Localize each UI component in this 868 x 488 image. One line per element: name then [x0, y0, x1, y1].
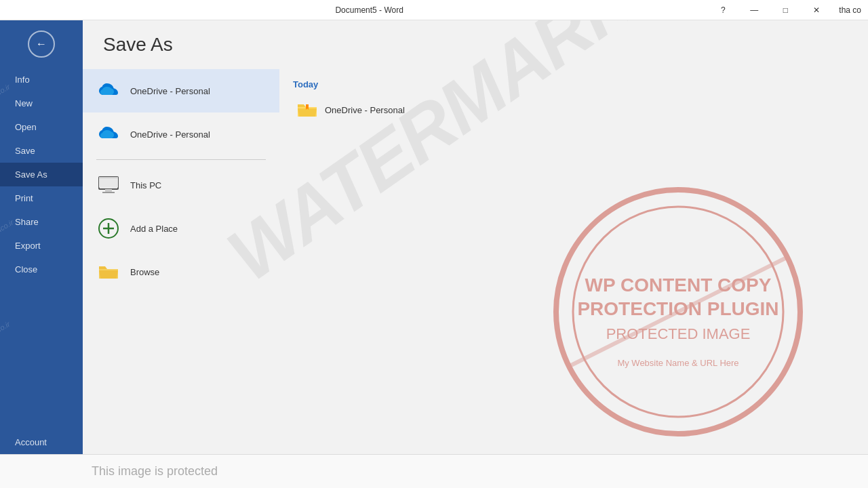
location-onedrive-2-label: OneDrive - Personal: [130, 129, 210, 140]
titlebar-controls: ? — □ ✕ tha co: [707, 0, 868, 20]
location-divider: [96, 159, 266, 160]
svg-rect-2: [99, 177, 118, 178]
sidebar-item-account[interactable]: Account: [0, 430, 83, 454]
recent-panel: Today OneDrive - Personal: [279, 69, 868, 488]
recent-item-onedrive-label: OneDrive - Personal: [325, 105, 405, 115]
cloud-icon-1: [96, 79, 121, 103]
location-add-place[interactable]: Add a Place: [83, 207, 279, 250]
location-this-pc-label: This PC: [130, 180, 161, 190]
location-this-pc[interactable]: This PC: [83, 163, 279, 207]
saveas-container: Save As OneDrive - Personal: [83, 20, 868, 488]
svg-rect-3: [105, 189, 112, 192]
sidebar-item-open[interactable]: Open: [0, 115, 83, 139]
recent-folder-icon: [296, 100, 318, 119]
recent-item-onedrive[interactable]: OneDrive - Personal: [293, 96, 854, 123]
sidebar-item-info[interactable]: Info: [0, 68, 83, 92]
location-onedrive-1[interactable]: OneDrive - Personal: [83, 69, 279, 113]
minimize-button[interactable]: —: [738, 0, 770, 20]
pc-icon: [96, 173, 121, 197]
add-icon: [96, 216, 121, 241]
recent-section-title: Today: [293, 79, 854, 89]
main-content: Save As OneDrive - Personal: [83, 20, 868, 488]
back-button[interactable]: ←: [28, 30, 55, 58]
location-browse-label: Browse: [130, 267, 159, 277]
location-onedrive-2[interactable]: OneDrive - Personal: [83, 113, 279, 156]
user-name: tha co: [832, 5, 868, 15]
sidebar-item-print[interactable]: Print: [0, 186, 83, 210]
titlebar-title: Document5 - Word: [31, 5, 707, 15]
svg-rect-1: [99, 177, 118, 188]
maximize-button[interactable]: □: [770, 0, 801, 20]
sidebar-item-save[interactable]: Save: [0, 139, 83, 163]
titlebar: Document5 - Word ? — □ ✕ tha co: [0, 0, 868, 20]
sidebar-item-close[interactable]: Close: [0, 258, 83, 281]
sidebar-spacer: [0, 281, 83, 430]
location-add-place-label: Add a Place: [130, 224, 178, 234]
svg-rect-4: [102, 192, 115, 193]
bottom-bar-text: This image is protected: [92, 464, 218, 479]
sidebar-item-save-as[interactable]: Save As: [0, 163, 83, 186]
locations-panel: OneDrive - Personal OneDrive - Personal: [83, 69, 279, 488]
sidebar-item-new[interactable]: New: [0, 92, 83, 115]
browse-folder-icon: [96, 260, 121, 284]
close-button[interactable]: ✕: [801, 0, 832, 20]
saveas-body: OneDrive - Personal OneDrive - Personal: [83, 69, 868, 488]
bottom-bar: This image is protected: [0, 454, 868, 488]
sidebar: ← Info New Open Save Save As Print Share…: [0, 20, 83, 488]
sidebar-item-export[interactable]: Export: [0, 234, 83, 258]
sidebar-item-share[interactable]: Share: [0, 210, 83, 234]
help-button[interactable]: ?: [707, 0, 738, 20]
location-browse[interactable]: Browse: [83, 250, 279, 293]
app-container: ← Info New Open Save Save As Print Share…: [0, 20, 868, 488]
saveas-title: Save As: [83, 20, 868, 69]
location-onedrive-1-label: OneDrive - Personal: [130, 86, 210, 96]
cloud-icon-2: [96, 122, 121, 146]
